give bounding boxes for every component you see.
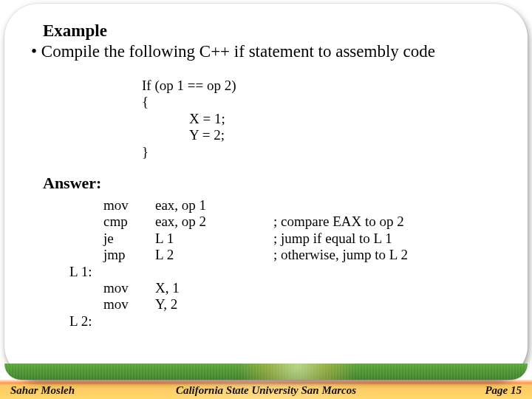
asm-label (69, 231, 103, 247)
footer-author: Sahar Mosleh (10, 384, 75, 397)
asm-mnemonic: mov (103, 280, 155, 296)
asm-label (69, 197, 103, 214)
asm-row: mov Y, 2 (69, 296, 501, 313)
footer-page-number: Page 15 (485, 384, 522, 397)
code-line: { (142, 94, 501, 110)
asm-code-block: mov eax, op 1 cmp eax, op 2 ; compare EA… (69, 197, 501, 330)
asm-operands: X, 1 (155, 280, 273, 296)
code-line: Y = 2; (142, 127, 225, 143)
prompt-bullet: • Compile the following C++ if statement… (31, 42, 501, 61)
cpp-code-block: If (op 1 == op 2) { X = 1; Y = 2; } (142, 78, 501, 160)
asm-row: jmp L 2 ; otherwise, jump to L 2 (69, 247, 501, 263)
asm-mnemonic: mov (103, 296, 155, 313)
asm-operands: Y, 2 (155, 296, 273, 313)
asm-row: je L 1 ; jump if equal to L 1 (69, 231, 501, 247)
slide-footer: Sahar Mosleh California State University… (10, 384, 522, 397)
asm-mnemonic (103, 264, 155, 280)
asm-operands (155, 313, 273, 330)
asm-label (69, 214, 103, 230)
asm-operands: eax, op 2 (155, 214, 273, 230)
asm-mnemonic: jmp (103, 247, 155, 263)
asm-operands (155, 264, 273, 280)
asm-label (69, 280, 103, 296)
asm-operands: L 1 (155, 231, 273, 247)
asm-mnemonic: cmp (103, 214, 155, 230)
answer-heading: Answer: (43, 174, 501, 193)
slide-stage: Example • Compile the following C++ if s… (0, 0, 532, 399)
asm-label (69, 296, 103, 313)
asm-row: cmp eax, op 2 ; compare EAX to op 2 (69, 214, 501, 230)
asm-comment: ; jump if equal to L 1 (273, 231, 392, 247)
asm-label (69, 247, 103, 263)
asm-mnemonic: je (103, 231, 155, 247)
asm-row: L 1: (69, 264, 501, 280)
asm-comment: ; compare EAX to op 2 (273, 214, 404, 230)
slide-content: Example • Compile the following C++ if s… (31, 21, 501, 353)
code-line: } (142, 144, 501, 160)
asm-mnemonic: mov (103, 197, 155, 214)
asm-operands: L 2 (155, 247, 273, 263)
asm-row: L 2: (69, 313, 501, 330)
asm-row: mov X, 1 (69, 280, 501, 296)
code-line: If (op 1 == op 2) (142, 78, 501, 94)
example-heading: Example (43, 21, 501, 41)
asm-label: L 2: (69, 313, 103, 330)
slide-card: Example • Compile the following C++ if s… (4, 4, 528, 380)
code-line: X = 1; (142, 111, 225, 127)
decorative-strip (4, 364, 528, 380)
asm-row: mov eax, op 1 (69, 197, 501, 214)
asm-operands: eax, op 1 (155, 197, 273, 214)
asm-mnemonic (103, 313, 155, 330)
asm-label: L 1: (69, 264, 103, 280)
asm-comment: ; otherwise, jump to L 2 (273, 247, 408, 263)
footer-institution: California State University San Marcos (10, 384, 522, 397)
